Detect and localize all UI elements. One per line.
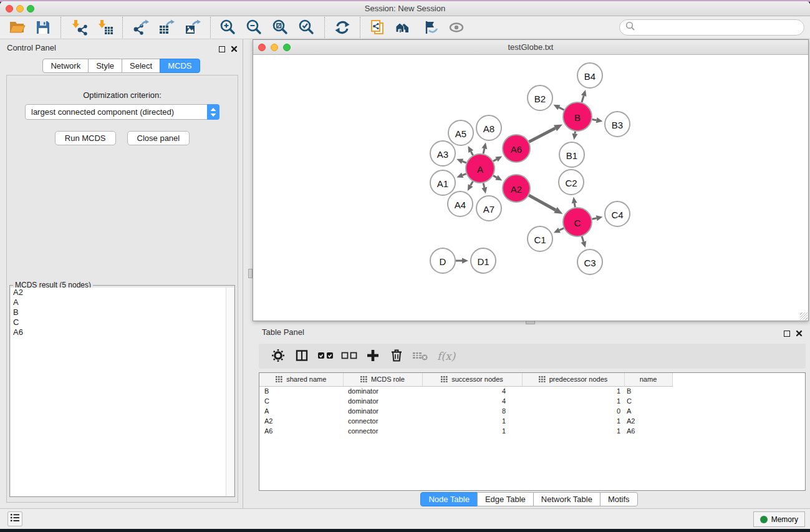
deselect-all-button[interactable] — [339, 346, 360, 366]
table-cell[interactable]: A2 — [624, 416, 672, 426]
table-cell[interactable]: C — [624, 396, 672, 406]
table-cell[interactable]: 1 — [522, 416, 624, 426]
graph-node-C4[interactable]: C4 — [605, 201, 630, 226]
mcds-result-item[interactable]: A2 — [11, 288, 234, 297]
export-image-button[interactable] — [183, 17, 203, 37]
col-successor-nodes[interactable]: successor nodes — [422, 373, 522, 386]
graph-node-A6[interactable]: A6 — [503, 135, 530, 162]
mcds-result-item[interactable]: B — [11, 307, 234, 317]
refresh-layout-button[interactable] — [332, 17, 352, 37]
delete-column-button[interactable] — [386, 346, 407, 366]
graph-node-D[interactable]: D — [430, 248, 455, 273]
graph-node-A4[interactable]: A4 — [448, 191, 473, 216]
search-box[interactable] — [619, 19, 804, 36]
graph-edge-A-A6[interactable] — [493, 157, 502, 162]
graph-node-C[interactable]: C — [563, 208, 592, 236]
list-scrollbar[interactable] — [226, 288, 234, 496]
table-cell[interactable]: 4 — [422, 396, 522, 406]
table-cell[interactable]: 0 — [522, 406, 624, 416]
graph-node-C1[interactable]: C1 — [528, 226, 552, 251]
zoom-fit-button[interactable] — [271, 17, 291, 37]
network-canvas-svg[interactable]: B4B2BB3B1A5A8A6A3AA1A2C2A4A7C4CC1C3DD1 — [253, 55, 808, 321]
table-cell[interactable]: dominator — [343, 386, 422, 396]
graph-edge-B-B3[interactable] — [592, 117, 603, 123]
table-settings-button[interactable] — [268, 346, 289, 366]
graph-edge-A-A7[interactable] — [481, 183, 487, 193]
zoom-out-button[interactable] — [244, 17, 264, 37]
graph-node-A1[interactable]: A1 — [430, 170, 455, 195]
table-cell[interactable]: 4 — [422, 386, 522, 396]
graph-node-C3[interactable]: C3 — [577, 249, 602, 274]
graph-edge-A-A5[interactable] — [468, 146, 473, 155]
import-network-button[interactable] — [69, 17, 89, 37]
open-session-button[interactable] — [7, 17, 27, 37]
show-columns-button[interactable] — [291, 346, 312, 366]
table-row[interactable]: Adominator80A — [259, 406, 805, 416]
graph-edge-C-C2[interactable] — [572, 197, 577, 208]
graph-edge-B-B1[interactable] — [572, 132, 578, 140]
vertical-splitter-grip[interactable] — [248, 269, 253, 278]
table-cell[interactable]: A2 — [259, 416, 343, 426]
graph-edge-A6-B[interactable] — [529, 124, 562, 142]
close-panel-icon[interactable] — [231, 44, 238, 55]
table-cell[interactable]: 1 — [522, 386, 624, 396]
mcds-result-item[interactable]: A6 — [11, 327, 234, 337]
graph-node-A[interactable]: A — [466, 154, 494, 183]
tab-motifs[interactable]: Motifs — [600, 492, 638, 506]
graph-edge-A-A3[interactable] — [456, 158, 466, 163]
col-mcds-role[interactable]: MCDS role — [343, 373, 422, 386]
add-column-button[interactable] — [362, 346, 383, 366]
zoom-in-button[interactable] — [218, 17, 238, 37]
float-panel-icon[interactable] — [219, 46, 225, 52]
run-mcds-button[interactable]: Run MCDS — [55, 131, 116, 145]
graph-node-C2[interactable]: C2 — [559, 170, 584, 195]
task-history-button[interactable] — [7, 511, 22, 526]
graph-edge-D-D1[interactable] — [456, 258, 468, 264]
close-table-panel-icon[interactable] — [796, 328, 803, 339]
table-row[interactable]: Cdominator41C — [259, 396, 805, 406]
graph-node-B1[interactable]: B1 — [559, 142, 584, 167]
graph-edge-B-B2[interactable] — [553, 105, 564, 110]
float-table-panel-icon[interactable] — [784, 331, 790, 337]
col-name[interactable]: name — [624, 373, 672, 386]
export-table-button[interactable] — [157, 17, 176, 37]
graph-node-A8[interactable]: A8 — [476, 115, 501, 140]
table-row[interactable]: Bdominator41B — [259, 386, 805, 396]
save-session-button[interactable] — [33, 17, 53, 37]
graph-edge-A-A1[interactable] — [456, 173, 466, 178]
table-cell[interactable]: A6 — [259, 426, 343, 436]
copy-network-button[interactable] — [368, 17, 388, 37]
mcds-result-list[interactable]: A2ABCA6 — [11, 288, 234, 496]
table-cell[interactable]: 1 — [522, 396, 624, 406]
table-cell[interactable]: connector — [343, 426, 422, 436]
network-home-button[interactable] — [394, 17, 414, 37]
mcds-result-item[interactable]: A — [11, 297, 234, 307]
tab-edge-table[interactable]: Edge Table — [477, 492, 534, 506]
col-predecessor-nodes[interactable]: predecessor nodes — [522, 373, 624, 386]
graph-edge-C-C4[interactable] — [592, 215, 603, 221]
graph-node-D1[interactable]: D1 — [471, 248, 496, 273]
select-all-button[interactable] — [315, 346, 336, 366]
graph-node-A2[interactable]: A2 — [503, 175, 530, 202]
zoom-selected-button[interactable] — [297, 17, 317, 37]
function-builder-button[interactable]: f(x) — [437, 350, 455, 362]
graph-node-B3[interactable]: B3 — [605, 112, 630, 137]
graph-edge-A2-C[interactable] — [529, 195, 562, 214]
graph-edge-A-A2[interactable] — [493, 175, 502, 181]
table-cell[interactable]: B — [624, 386, 672, 396]
table-cell[interactable]: 8 — [422, 406, 522, 416]
table-cell[interactable]: B — [259, 386, 343, 396]
table-row[interactable]: A6connector11A6 — [259, 426, 805, 436]
hide-selected-button[interactable] — [420, 17, 440, 37]
table-cell[interactable]: A6 — [624, 426, 672, 436]
graph-edge-A-A8[interactable] — [481, 142, 487, 153]
graph-node-B4[interactable]: B4 — [577, 63, 602, 88]
graph-node-B[interactable]: B — [563, 102, 592, 131]
table-cell[interactable]: 1 — [422, 416, 522, 426]
graph-node-A3[interactable]: A3 — [430, 141, 455, 166]
graph-edge-C-C3[interactable] — [581, 236, 587, 248]
table-cell[interactable]: dominator — [343, 396, 422, 406]
close-panel-button[interactable]: Close panel — [127, 131, 190, 145]
tab-mcds[interactable]: MCDS — [160, 59, 200, 73]
table-row[interactable]: A2connector11A2 — [259, 416, 805, 426]
